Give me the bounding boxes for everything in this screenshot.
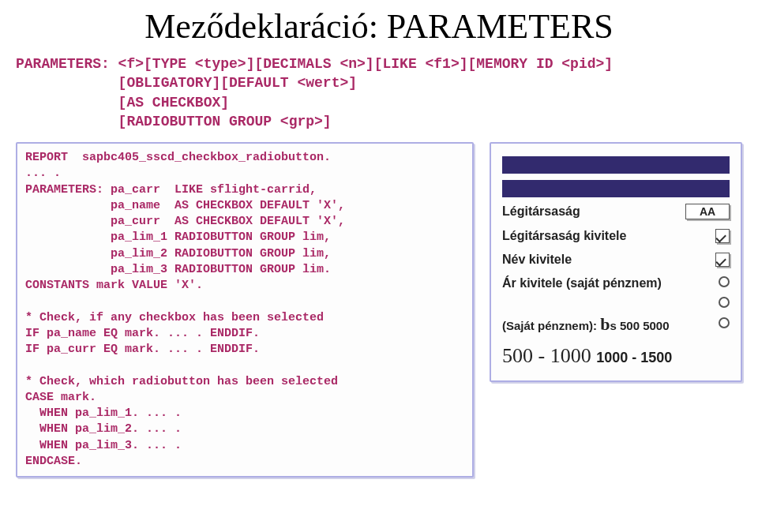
panel-bar-1 bbox=[502, 156, 730, 174]
radio-lim-2[interactable] bbox=[719, 297, 730, 308]
radio-lim-3[interactable] bbox=[719, 317, 730, 328]
airline-label: Légitársaság bbox=[502, 204, 685, 219]
own-currency-prefix: (Saját pénznem): bbox=[502, 319, 600, 332]
airline-output-label: Légitársaság kivitele bbox=[502, 229, 715, 243]
price-output-row: Ár kivitele (saját pénznem) (Saját pénzn… bbox=[502, 276, 730, 335]
name-output-label: Név kivitele bbox=[502, 253, 715, 267]
panel-bar-2 bbox=[502, 180, 730, 197]
name-output-row: Név kivitele bbox=[502, 253, 730, 267]
radio-group-lim bbox=[719, 276, 730, 328]
form-panel: Légitársaság AA Légitársaság kivitele Né… bbox=[490, 142, 742, 382]
own-currency-b: b bbox=[600, 314, 610, 334]
range-small: 1000 - 1500 bbox=[596, 350, 672, 365]
airline-row: Légitársaság AA bbox=[502, 204, 730, 219]
price-output-label: Ár kivitele (saját pénznem) bbox=[502, 276, 719, 290]
code-sample: REPORT sapbc405_sscd_checkbox_radiobutto… bbox=[16, 142, 474, 478]
airline-output-checkbox[interactable] bbox=[715, 229, 730, 243]
own-currency-value: s 500 5000 bbox=[610, 319, 669, 332]
content-row: REPORT sapbc405_sscd_checkbox_radiobutto… bbox=[16, 142, 742, 478]
own-currency-line: (Saját pénznem): bs 500 5000 bbox=[502, 314, 719, 335]
page-title: Meződeklaráció: PARAMETERS bbox=[16, 6, 742, 47]
range-main: 500 - 1000 bbox=[502, 344, 591, 367]
airline-field[interactable]: AA bbox=[685, 204, 730, 219]
radio-lim-1[interactable] bbox=[719, 276, 730, 287]
syntax-declaration: PARAMETERS: <f>[TYPE <type>][DECIMALS <n… bbox=[16, 54, 742, 131]
airline-output-row: Légitársaság kivitele bbox=[502, 229, 730, 243]
range-line: 500 - 1000 1000 - 1500 bbox=[502, 344, 730, 368]
name-output-checkbox[interactable] bbox=[715, 253, 730, 267]
